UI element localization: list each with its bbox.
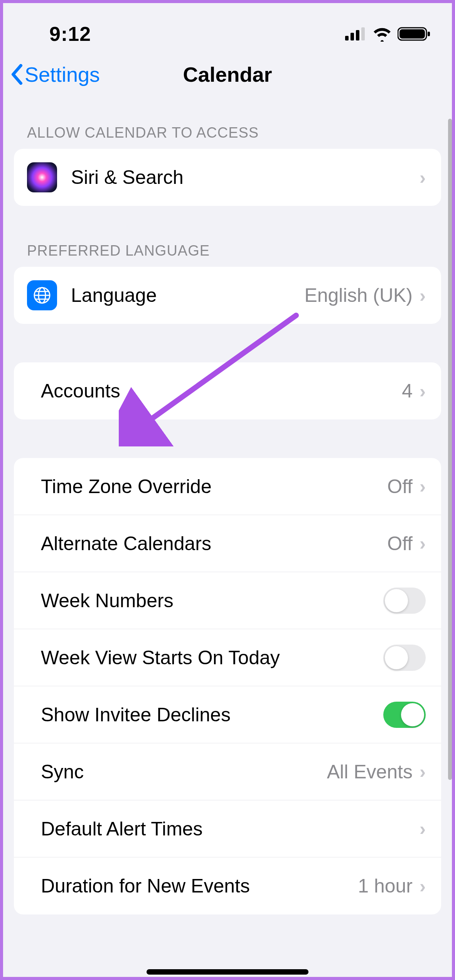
row-duration-new-events[interactable]: Duration for New Events 1 hour › (14, 857, 441, 914)
row-week-numbers[interactable]: Week Numbers (14, 572, 441, 629)
siri-icon (27, 162, 57, 192)
nav-header: Settings Calendar (3, 53, 452, 103)
svg-rect-5 (399, 29, 425, 39)
wifi-icon (372, 26, 392, 42)
nav-title: Calendar (3, 62, 452, 86)
row-accounts[interactable]: Accounts 4 › (14, 362, 441, 419)
svg-rect-1 (351, 33, 354, 40)
row-label: Week View Starts On Today (41, 647, 383, 669)
group-access: Siri & Search › (14, 149, 441, 206)
toggle-week-view-start[interactable] (383, 645, 426, 671)
row-default-alert-times[interactable]: Default Alert Times › (14, 800, 441, 857)
row-show-invitee-declines[interactable]: Show Invitee Declines (14, 686, 441, 743)
row-week-view-start[interactable]: Week View Starts On Today (14, 629, 441, 686)
group-language: Language English (UK) › (14, 267, 441, 324)
group-calendar-settings: Time Zone Override Off › Alternate Calen… (14, 458, 441, 914)
row-label: Week Numbers (41, 589, 383, 612)
row-label: Duration for New Events (41, 875, 358, 897)
row-label: Alternate Calendars (41, 532, 387, 555)
row-label: Siri & Search (71, 166, 420, 189)
row-label: Sync (41, 761, 327, 783)
row-value: English (UK) (304, 284, 413, 306)
row-value: 1 hour (358, 875, 413, 897)
chevron-right-icon: › (420, 876, 426, 897)
chevron-right-icon: › (420, 476, 426, 497)
svg-rect-2 (356, 30, 359, 40)
svg-rect-6 (428, 32, 430, 36)
svg-rect-3 (361, 27, 365, 40)
status-time: 9:12 (49, 22, 91, 45)
row-label: Show Invitee Declines (41, 704, 383, 726)
row-label: Accounts (41, 380, 402, 402)
row-sync[interactable]: Sync All Events › (14, 743, 441, 800)
chevron-right-icon: › (420, 761, 426, 782)
row-label: Default Alert Times (41, 818, 420, 840)
row-language[interactable]: Language English (UK) › (14, 267, 441, 324)
scrollbar[interactable] (448, 119, 452, 780)
status-icons (345, 26, 431, 42)
battery-icon (398, 26, 431, 42)
chevron-right-icon: › (420, 167, 426, 188)
row-value: Off (387, 532, 413, 555)
chevron-right-icon: › (420, 533, 426, 554)
group-accounts: Accounts 4 › (14, 362, 441, 419)
toggle-show-invitee-declines[interactable] (383, 702, 426, 728)
chevron-right-icon: › (420, 381, 426, 402)
chevron-right-icon: › (420, 818, 426, 839)
row-alternate-calendars[interactable]: Alternate Calendars Off › (14, 515, 441, 572)
row-value: All Events (327, 761, 413, 783)
cellular-icon (345, 27, 367, 40)
row-siri-search[interactable]: Siri & Search › (14, 149, 441, 206)
section-header-access: ALLOW CALENDAR TO ACCESS (3, 103, 452, 149)
section-header-language: PREFERRED LANGUAGE (3, 206, 452, 267)
chevron-right-icon: › (420, 285, 426, 306)
row-value: 4 (402, 380, 413, 402)
globe-icon (27, 280, 57, 310)
svg-rect-0 (345, 36, 349, 40)
row-label: Language (71, 284, 304, 306)
row-label: Time Zone Override (41, 475, 387, 498)
toggle-week-numbers[interactable] (383, 588, 426, 614)
row-time-zone-override[interactable]: Time Zone Override Off › (14, 458, 441, 515)
home-indicator[interactable] (147, 969, 308, 975)
row-value: Off (387, 475, 413, 498)
status-bar: 9:12 (3, 11, 452, 53)
